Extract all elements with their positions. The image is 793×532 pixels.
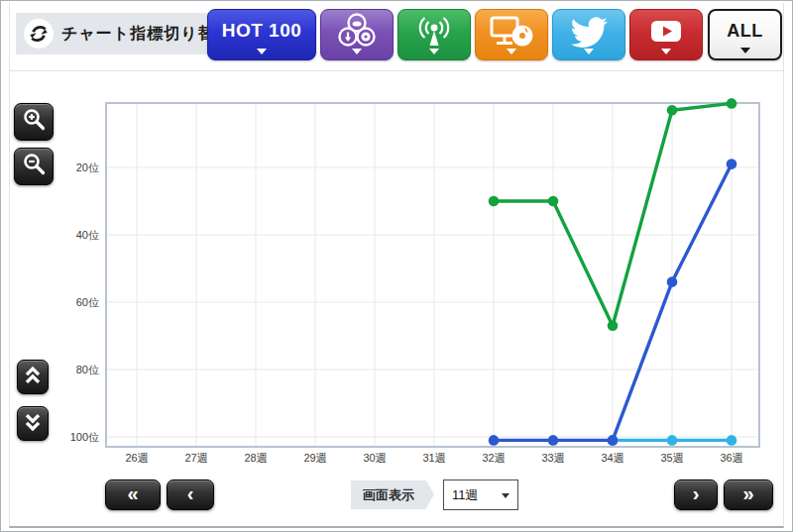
dropdown-arrow-icon — [661, 49, 671, 54]
svg-text:100位: 100位 — [70, 431, 99, 443]
hot100-point — [608, 435, 619, 446]
hot100-button-label: HOT 100 — [222, 20, 302, 50]
svg-text:29週: 29週 — [303, 452, 326, 464]
svg-text:60位: 60位 — [76, 296, 99, 308]
svg-text:20位: 20位 — [76, 161, 99, 173]
dropdown-arrow-icon — [584, 49, 594, 54]
page-first-button[interactable]: « — [105, 479, 161, 510]
switch-swirl-icon — [24, 19, 54, 49]
airplay-chart-button[interactable] — [397, 9, 471, 60]
rank-trend-chart: 20位40位60位80位100位26週27週28週29週30週31週32週33週… — [37, 92, 790, 474]
twitter-point — [667, 435, 678, 446]
page-next-button[interactable]: › — [674, 479, 718, 510]
page-prev-button[interactable]: ‹ — [167, 479, 214, 510]
range-select[interactable]: 11週 — [443, 479, 518, 510]
svg-text:32週: 32週 — [482, 452, 505, 464]
twitter-point — [727, 435, 737, 446]
all-charts-button[interactable]: ALL — [708, 9, 782, 60]
svg-text:26週: 26週 — [125, 452, 148, 464]
all-button-label: ALL — [727, 21, 763, 50]
svg-text:27週: 27週 — [184, 452, 207, 464]
chart-widget: チャート指標切り替え HOT 100 — [0, 0, 793, 532]
hot100-point — [727, 159, 737, 169]
left-arrow-icon: ‹ — [187, 483, 194, 503]
airplay-point — [667, 105, 678, 116]
airplay-point — [548, 196, 559, 207]
sales-chart-button[interactable] — [320, 9, 394, 60]
svg-text:33週: 33週 — [541, 452, 564, 464]
label-arrow-tip — [426, 480, 434, 508]
hot100-point — [489, 435, 500, 446]
dropdown-arrow-icon — [257, 49, 267, 54]
select-dropdown-arrow-icon — [502, 493, 510, 498]
hot100-point — [548, 435, 559, 446]
svg-text:31週: 31週 — [422, 452, 445, 464]
range-select-value: 11週 — [452, 486, 479, 504]
hot100-point — [667, 276, 678, 287]
airplay-point — [608, 321, 619, 332]
svg-text:30週: 30週 — [363, 452, 386, 464]
right-arrow-icon: › — [693, 483, 700, 503]
topbar-divider — [9, 70, 784, 71]
page-last-button[interactable]: » — [724, 479, 773, 510]
lookup-chart-button[interactable] — [475, 9, 548, 60]
svg-text:35週: 35週 — [660, 452, 683, 464]
hot100-chart-button[interactable]: HOT 100 — [207, 9, 316, 60]
airplay-point — [489, 196, 500, 207]
svg-text:36週: 36週 — [720, 452, 742, 464]
svg-text:28週: 28週 — [244, 452, 267, 464]
svg-text:40位: 40位 — [76, 229, 99, 241]
svg-text:80位: 80位 — [76, 364, 99, 375]
youtube-chart-button[interactable] — [629, 9, 703, 60]
dropdown-arrow-icon — [352, 49, 362, 54]
dropdown-arrow-icon — [740, 48, 750, 53]
dropdown-arrow-icon — [507, 49, 516, 54]
twitter-chart-button[interactable] — [552, 9, 625, 60]
svg-text:34週: 34週 — [601, 452, 623, 464]
airplay-point — [727, 98, 737, 109]
dropdown-arrow-icon — [429, 49, 439, 54]
youtube-play-icon — [648, 18, 684, 52]
double-right-arrow-icon: » — [742, 483, 753, 503]
display-range-label: 画面表示 — [351, 480, 426, 509]
double-left-arrow-icon: « — [127, 483, 138, 503]
